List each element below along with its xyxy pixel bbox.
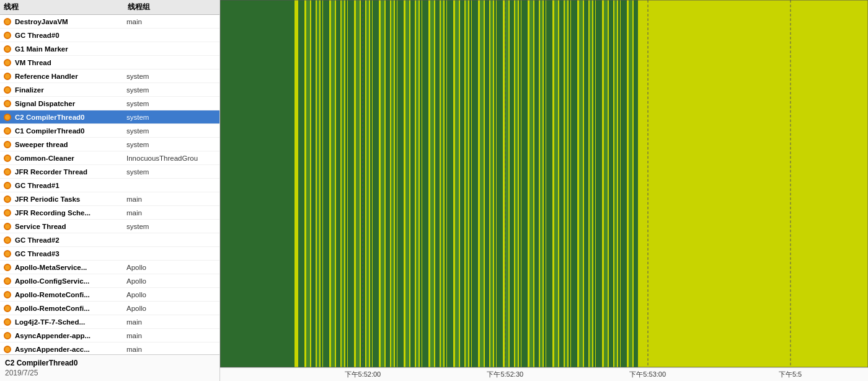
svg-rect-118 xyxy=(588,0,590,367)
svg-rect-106 xyxy=(558,0,559,367)
thread-name: AsyncAppender-acc... xyxy=(15,346,126,353)
thread-row[interactable]: Apollo-RemoteConfi...Apollo xyxy=(0,288,219,302)
svg-rect-8 xyxy=(316,0,317,367)
svg-rect-127 xyxy=(609,0,613,367)
svg-rect-102 xyxy=(546,0,546,367)
thread-group: system xyxy=(126,86,217,94)
thread-name: JFR Recording Sche... xyxy=(15,209,126,217)
svg-rect-93 xyxy=(521,0,528,367)
thread-row[interactable]: GC Thread#3 xyxy=(0,247,219,261)
thread-row[interactable]: C2 CompilerThread0system xyxy=(0,110,219,124)
svg-rect-108 xyxy=(564,0,565,367)
thread-row[interactable]: JFR Recording Sche...main xyxy=(0,206,219,220)
svg-rect-31 xyxy=(370,0,372,367)
svg-rect-78 xyxy=(489,0,490,367)
thread-name: Apollo-ConfigServic... xyxy=(15,277,126,285)
thread-name: JFR Periodic Tasks xyxy=(15,195,126,203)
svg-rect-30 xyxy=(369,0,370,367)
thread-row[interactable]: Reference Handlersystem xyxy=(0,69,219,83)
svg-rect-25 xyxy=(356,0,360,367)
thread-row[interactable]: Service Threadsystem xyxy=(0,220,219,233)
thread-icon xyxy=(2,153,12,163)
thread-name: DestroyJavaVM xyxy=(15,18,126,25)
svg-rect-57 xyxy=(435,0,440,367)
svg-rect-123 xyxy=(596,0,602,367)
svg-rect-2 xyxy=(296,0,298,367)
svg-rect-34 xyxy=(379,0,381,367)
thread-row[interactable]: Apollo-ConfigServic...Apollo xyxy=(0,274,219,288)
svg-rect-61 xyxy=(445,0,446,367)
thread-row[interactable]: JFR Periodic Tasksmain xyxy=(0,192,219,206)
thread-row[interactable]: JFR Recorder Threadsystem xyxy=(0,165,219,179)
svg-rect-41 xyxy=(395,0,397,367)
thread-name: GC Thread#0 xyxy=(15,32,126,39)
svg-rect-13 xyxy=(323,0,329,367)
svg-rect-38 xyxy=(390,0,391,367)
thread-icon xyxy=(2,249,12,259)
thread-group: main xyxy=(126,18,217,25)
thread-row[interactable]: AsyncAppender-acc...main xyxy=(0,343,219,354)
selected-thread-name: C2 CompilerThread0 xyxy=(5,359,215,367)
thread-group: Apollo xyxy=(126,305,217,312)
thread-row[interactable]: C1 CompilerThread0system xyxy=(0,124,219,138)
thread-row[interactable]: Log4j2-TF-7-Sched...main xyxy=(0,315,219,329)
svg-rect-63 xyxy=(447,0,453,367)
thread-row[interactable]: Common-CleanerInnocuousThreadGrou xyxy=(0,151,219,165)
svg-rect-103 xyxy=(546,0,552,367)
svg-rect-71 xyxy=(469,0,471,367)
thread-row[interactable]: GC Thread#1 xyxy=(0,179,219,192)
svg-rect-21 xyxy=(345,0,347,367)
thread-icon xyxy=(2,222,12,231)
thread-group: system xyxy=(126,73,217,80)
thread-group: system xyxy=(126,168,217,176)
thread-row[interactable]: DestroyJavaVMmain xyxy=(0,15,219,29)
svg-rect-76 xyxy=(484,0,485,367)
svg-rect-96 xyxy=(533,0,534,367)
thread-row[interactable]: GC Thread#0 xyxy=(0,29,219,42)
thread-name: GC Thread#3 xyxy=(15,250,126,258)
thread-icon xyxy=(2,276,12,286)
svg-rect-50 xyxy=(418,0,420,367)
svg-rect-39 xyxy=(391,0,394,367)
svg-rect-9 xyxy=(317,0,319,367)
svg-rect-97 xyxy=(534,0,539,367)
svg-rect-43 xyxy=(397,0,404,367)
svg-rect-92 xyxy=(521,0,521,367)
svg-rect-20 xyxy=(344,0,345,367)
thread-icon xyxy=(2,71,12,81)
svg-rect-36 xyxy=(384,0,386,367)
svg-rect-58 xyxy=(440,0,441,367)
svg-rect-33 xyxy=(373,0,379,367)
svg-rect-109 xyxy=(565,0,567,367)
svg-rect-110 xyxy=(567,0,569,367)
thread-row[interactable]: G1 Main Marker xyxy=(0,42,219,56)
thread-row[interactable]: AsyncAppender-app...main xyxy=(0,329,219,343)
thread-group: Apollo xyxy=(126,291,217,298)
svg-rect-72 xyxy=(471,0,472,367)
thread-row[interactable]: Sweeper threadsystem xyxy=(0,138,219,151)
thread-list[interactable]: DestroyJavaVMmainGC Thread#0G1 Main Mark… xyxy=(0,15,219,354)
time-label: 下午5:53:00 xyxy=(629,370,666,379)
thread-name: Apollo-RemoteConfi... xyxy=(15,305,126,312)
svg-rect-7 xyxy=(311,0,316,367)
thread-name: G1 Main Marker xyxy=(15,45,126,53)
svg-rect-114 xyxy=(577,0,579,367)
thread-row[interactable]: Apollo-MetaService...Apollo xyxy=(0,261,219,274)
thread-row[interactable]: VM Thread xyxy=(0,56,219,69)
svg-rect-46 xyxy=(409,0,410,367)
thread-row[interactable]: GC Thread#2 xyxy=(0,233,219,247)
thread-row[interactable]: Signal Dispatchersystem xyxy=(0,97,219,110)
time-label: 下午5:52:30 xyxy=(487,370,523,379)
thread-row[interactable]: Finalizersystem xyxy=(0,83,219,97)
svg-rect-132 xyxy=(620,0,621,367)
thread-icon xyxy=(2,208,12,218)
thread-icon xyxy=(2,317,12,327)
svg-rect-59 xyxy=(441,0,443,367)
thread-row[interactable]: Apollo-RemoteConfi...Apollo xyxy=(0,302,219,315)
thread-icon xyxy=(2,290,12,300)
thread-group: system xyxy=(126,114,217,121)
svg-rect-90 xyxy=(518,0,519,367)
svg-rect-14 xyxy=(329,0,331,367)
svg-rect-23 xyxy=(348,0,354,367)
svg-rect-54 xyxy=(428,0,430,367)
